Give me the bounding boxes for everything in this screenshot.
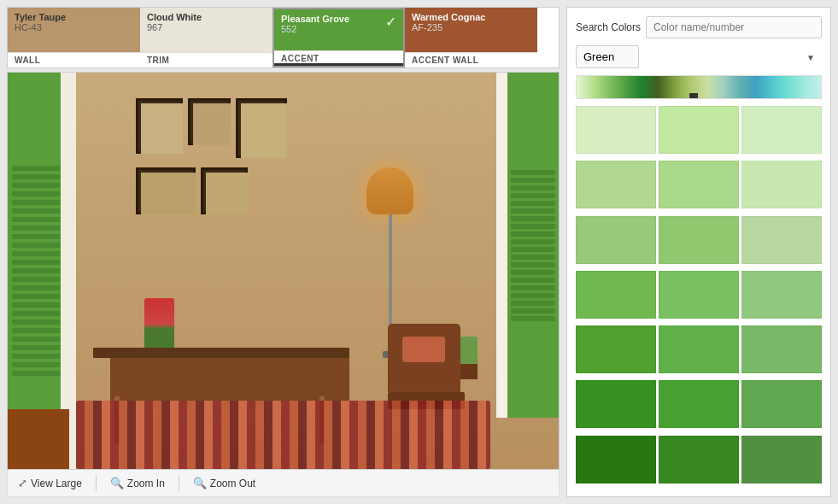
swatch-accent-name: Pleasant Grove bbox=[281, 14, 396, 24]
desk-body bbox=[110, 358, 349, 401]
color-cell-6[interactable] bbox=[576, 216, 656, 264]
zoom-in-icon: 🔍 bbox=[110, 477, 124, 489]
left-panel: Tyler Taupe HC-43 WALL Cloud White 967 T… bbox=[7, 7, 560, 497]
swatch-trim-label: TRIM bbox=[140, 52, 272, 67]
search-input[interactable] bbox=[646, 16, 822, 38]
chair bbox=[388, 324, 465, 409]
color-cell-7[interactable] bbox=[659, 216, 739, 264]
dropdown-row: All Colors Red Orange Yellow Green Blue … bbox=[576, 45, 822, 68]
swatch-wall-number: HC-43 bbox=[15, 22, 133, 32]
search-row: Search Colors bbox=[576, 16, 822, 38]
swatch-accent-wall-label: ACCENT WALL bbox=[405, 52, 537, 67]
color-cell-0[interactable] bbox=[576, 106, 656, 154]
color-cell-12[interactable] bbox=[576, 325, 656, 373]
swatch-trim-color: Cloud White 967 bbox=[140, 8, 272, 52]
color-cell-17[interactable] bbox=[741, 380, 822, 428]
divider-2 bbox=[179, 475, 179, 491]
view-large-label: View Large bbox=[31, 478, 82, 489]
color-cell-8[interactable] bbox=[741, 216, 822, 264]
flower-vase bbox=[144, 298, 174, 349]
zoom-out-icon: 🔍 bbox=[193, 477, 207, 489]
color-cell-18[interactable] bbox=[576, 436, 656, 483]
zoom-out-label: Zoom Out bbox=[210, 478, 255, 489]
right-panel: Search Colors All Colors Red Orange Yell… bbox=[566, 7, 831, 497]
color-cell-20[interactable] bbox=[741, 436, 822, 483]
chevron-down-icon: ▼ bbox=[806, 52, 815, 62]
spectrum-indicator bbox=[689, 93, 698, 98]
checkmark-icon: ✓ bbox=[385, 14, 396, 30]
color-family-select-wrapper: All Colors Red Orange Yellow Green Blue … bbox=[576, 45, 822, 68]
view-large-button[interactable]: ⤢ View Large bbox=[15, 475, 85, 491]
color-grid bbox=[576, 106, 822, 488]
zoom-in-label: Zoom In bbox=[127, 478, 165, 489]
search-label: Search Colors bbox=[576, 21, 641, 33]
color-cell-9[interactable] bbox=[576, 271, 656, 319]
room-image-container bbox=[7, 72, 560, 470]
color-cell-13[interactable] bbox=[659, 325, 739, 373]
accent-wall-left bbox=[8, 409, 69, 469]
color-cell-19[interactable] bbox=[659, 436, 739, 483]
swatch-accent[interactable]: Pleasant Grove 552 ✓ ACCENT bbox=[272, 8, 405, 67]
swatch-trim-name: Cloud White bbox=[147, 12, 266, 22]
swatch-accent-wall-number: AF-235 bbox=[412, 22, 530, 32]
swatch-wall[interactable]: Tyler Taupe HC-43 WALL bbox=[8, 8, 140, 67]
wall-art-frames bbox=[136, 98, 307, 214]
desk-top bbox=[93, 348, 349, 358]
color-spectrum-strip[interactable] bbox=[576, 75, 822, 99]
zoom-out-button[interactable]: 🔍 Zoom Out bbox=[190, 475, 259, 491]
color-cell-5[interactable] bbox=[741, 161, 822, 208]
color-cell-4[interactable] bbox=[659, 161, 739, 208]
app-container: Tyler Taupe HC-43 WALL Cloud White 967 T… bbox=[0, 0, 838, 504]
divider-1 bbox=[96, 475, 97, 491]
swatch-wall-name: Tyler Taupe bbox=[15, 12, 133, 22]
color-cell-2[interactable] bbox=[741, 106, 822, 154]
color-cell-11[interactable] bbox=[741, 271, 822, 319]
color-cell-15[interactable] bbox=[576, 380, 656, 428]
swatch-accent-wall[interactable]: Warmed Cognac AF-235 ACCENT WALL bbox=[405, 8, 537, 67]
color-family-select[interactable]: All Colors Red Orange Yellow Green Blue … bbox=[576, 45, 639, 68]
floor-rug bbox=[76, 401, 490, 469]
color-cell-14[interactable] bbox=[741, 325, 822, 373]
color-swatches-row: Tyler Taupe HC-43 WALL Cloud White 967 T… bbox=[7, 7, 560, 68]
view-large-icon: ⤢ bbox=[18, 477, 27, 489]
swatch-trim-number: 967 bbox=[147, 22, 266, 32]
zoom-in-button[interactable]: 🔍 Zoom In bbox=[107, 475, 168, 491]
color-cell-3[interactable] bbox=[576, 161, 656, 208]
room-controls: ⤢ View Large 🔍 Zoom In 🔍 Zoom Out bbox=[7, 470, 560, 497]
swatch-accent-wall-name: Warmed Cognac bbox=[412, 12, 530, 22]
plant-right bbox=[460, 337, 478, 379]
room-image bbox=[8, 73, 559, 469]
swatch-accent-label: ACCENT bbox=[274, 50, 403, 66]
color-cell-16[interactable] bbox=[659, 380, 739, 428]
shutter-right bbox=[507, 73, 559, 418]
swatch-accent-color: Pleasant Grove 552 ✓ bbox=[274, 9, 403, 50]
swatch-accent-number: 552 bbox=[281, 24, 396, 34]
swatch-accent-wall-color: Warmed Cognac AF-235 bbox=[405, 8, 537, 52]
color-cell-10[interactable] bbox=[659, 271, 739, 319]
swatch-wall-color: Tyler Taupe HC-43 bbox=[8, 8, 140, 52]
color-cell-1[interactable] bbox=[659, 106, 739, 154]
swatch-trim[interactable]: Cloud White 967 TRIM bbox=[140, 8, 272, 67]
swatch-wall-label: WALL bbox=[8, 52, 140, 67]
